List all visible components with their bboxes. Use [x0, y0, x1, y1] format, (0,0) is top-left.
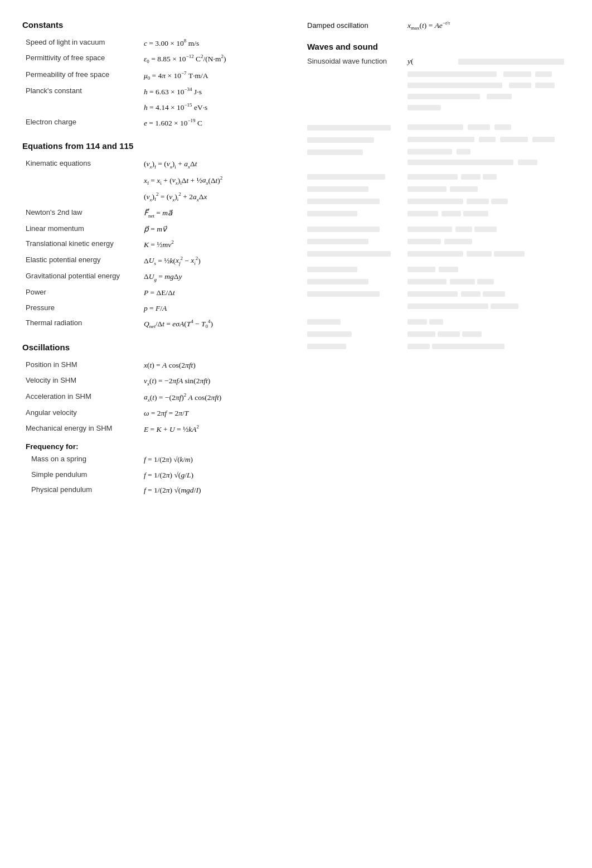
row-label: Pressure	[22, 301, 140, 316]
row-label: Physical pendulum	[22, 483, 140, 498]
row-eq: ΔUs = ½k(xf2 − xi2)	[140, 253, 285, 269]
row-label: Mechanical energy in SHM	[22, 421, 140, 437]
equations-table: Kinematic equations (vx)f = (vx)i + axΔt…	[22, 156, 285, 332]
row-label: Thermal radiation	[22, 316, 140, 332]
right-osc-4	[307, 301, 570, 310]
row-label: Simple pendulum	[22, 467, 140, 483]
right-osc-1	[307, 264, 570, 273]
wave-blur-row-1	[407, 69, 570, 78]
right-b3	[307, 249, 570, 258]
damped-oscillation-row: Damped oscillation xmax(t) = Ae−t/τ	[307, 20, 570, 31]
row-eq: K = ½mv2	[140, 237, 285, 252]
row-eq: xf = xi + (vx)iΔt + ½ax(Δt)2	[140, 172, 285, 189]
row-label: Position in SHM	[22, 358, 140, 373]
row-eq: c = 3.00 × 108 m/s	[140, 35, 285, 51]
row-eq: (vx)f2 = (vx)i2 + 2axΔx	[140, 189, 285, 205]
row-label	[22, 99, 140, 115]
row-eq: μ0 = 4π × 10−7 T·m/A	[140, 67, 285, 84]
row-eq: ε0 = 8.85 × 10−12 C2/(N·m2)	[140, 51, 285, 67]
table-row: Newton's 2nd law F⃗net = ma⃗	[22, 205, 285, 221]
damped-label: Damped oscillation	[307, 21, 396, 30]
row-eq: h = 4.14 × 10−15 eV·s	[140, 99, 285, 115]
waves-section: Waves and sound Sinusoidal wave function…	[307, 42, 570, 350]
waves-title: Waves and sound	[307, 42, 570, 51]
table-row: xf = xi + (vx)iΔt + ½ax(Δt)2	[22, 172, 285, 189]
table-row: Planck's constant h = 6.63 × 10−34 J·s	[22, 84, 285, 99]
row-eq: F⃗net = ma⃗	[140, 205, 285, 221]
wave-blur-row-2	[407, 80, 570, 89]
row-label: Newton's 2nd law	[22, 205, 140, 221]
row-label: Gravitational potential energy	[22, 269, 140, 285]
right-osc-3	[307, 289, 570, 298]
table-row: Linear momentum p⃗ = mv⃗	[22, 221, 285, 237]
table-row: Position in SHM x(t) = A cos(2πft)	[22, 358, 285, 373]
wave-blur-row-4	[407, 103, 570, 112]
damped-eq: xmax(t) = Ae−t/τ	[407, 20, 450, 31]
sinusoidal-row: Sinusoidal wave function y(	[307, 57, 570, 66]
right-kin-4	[307, 209, 570, 218]
right-freq-1	[307, 317, 570, 326]
sinusoidal-eq: y(	[407, 57, 453, 66]
row-eq: p = F/A	[140, 301, 285, 316]
row-eq: ω = 2πf = 2π/T	[140, 406, 285, 421]
right-blur-section-4	[307, 160, 570, 165]
row-eq: vx(t) = −2πfA sin(2πft)	[140, 373, 285, 389]
right-freq-3	[307, 341, 570, 350]
table-row: Acceleration in SHM ax(t) = −(2πf)2 A co…	[22, 389, 285, 406]
table-row: Mass on a spring f = 1/(2π) √(k/m)	[22, 452, 285, 467]
row-label: Mass on a spring	[22, 452, 140, 467]
table-row: Kinematic equations (vx)f = (vx)i + axΔt	[22, 156, 285, 172]
oscillations-table: Position in SHM x(t) = A cos(2πft) Veloc…	[22, 358, 285, 437]
right-b2	[307, 237, 570, 245]
row-eq: f = 1/(2π) √(mgd/I)	[140, 483, 285, 498]
row-eq: e = 1.602 × 10−19 C	[140, 115, 285, 131]
row-label: Acceleration in SHM	[22, 389, 140, 406]
table-row: Permeability of free space μ0 = 4π × 10−…	[22, 67, 285, 84]
row-eq: x(t) = A cos(2πft)	[140, 358, 285, 373]
frequency-section: Frequency for: Mass on a spring f = 1/(2…	[22, 442, 285, 498]
row-eq: p⃗ = mv⃗	[140, 221, 285, 237]
table-row: Translational kinetic energy K = ½mv2	[22, 237, 285, 252]
equations-title: Equations from 114 and 115	[22, 141, 285, 151]
row-label: Planck's constant	[22, 84, 140, 99]
row-label: Elastic potential energy	[22, 253, 140, 269]
row-eq: P = ΔE/Δt	[140, 285, 285, 301]
table-row: (vx)f2 = (vx)i2 + 2axΔx	[22, 189, 285, 205]
right-blur-section-3	[307, 147, 570, 156]
right-blur-section-2	[307, 135, 570, 144]
row-eq: f = 1/(2π) √(g/L)	[140, 467, 285, 483]
table-row: Thermal radiation Qnet/Δt = eσA(T4 − T04…	[22, 316, 285, 332]
row-label: Kinematic equations	[22, 156, 140, 172]
row-label: Power	[22, 285, 140, 301]
right-kin-1	[307, 172, 570, 181]
row-eq: ΔUg = mgΔy	[140, 269, 285, 285]
row-label: Translational kinetic energy	[22, 237, 140, 252]
row-label: Speed of light in vacuum	[22, 35, 140, 51]
row-eq: ax(t) = −(2πf)2 A cos(2πft)	[140, 389, 285, 406]
oscillations-section: Oscillations Position in SHM x(t) = A co…	[22, 343, 285, 437]
table-row: Speed of light in vacuum c = 3.00 × 108 …	[22, 35, 285, 51]
right-freq-2	[307, 329, 570, 338]
right-kin-3	[307, 196, 570, 205]
row-label: Angular velocity	[22, 406, 140, 421]
constants-title: Constants	[22, 20, 285, 30]
table-row: Mechanical energy in SHM E = K + U = ½kA…	[22, 421, 285, 437]
table-row: h = 4.14 × 10−15 eV·s	[22, 99, 285, 115]
right-b1	[307, 224, 570, 233]
sinusoidal-label: Sinusoidal wave function	[307, 57, 402, 65]
table-row: Power P = ΔE/Δt	[22, 285, 285, 301]
table-row: Elastic potential energy ΔUs = ½k(xf2 − …	[22, 253, 285, 269]
table-row: Pressure p = F/A	[22, 301, 285, 316]
row-label: Linear momentum	[22, 221, 140, 237]
row-eq: (vx)f = (vx)i + axΔt	[140, 156, 285, 172]
table-row: Simple pendulum f = 1/(2π) √(g/L)	[22, 467, 285, 483]
table-row: Velocity in SHM vx(t) = −2πfA sin(2πft)	[22, 373, 285, 389]
table-row: Permittivity of free space ε0 = 8.85 × 1…	[22, 51, 285, 67]
row-eq: Qnet/Δt = eσA(T4 − T04)	[140, 316, 285, 332]
table-row: Physical pendulum f = 1/(2π) √(mgd/I)	[22, 483, 285, 498]
right-kin-2	[307, 184, 570, 193]
right-blur-section-1	[307, 123, 570, 132]
row-eq: f = 1/(2π) √(k/m)	[140, 452, 285, 467]
frequency-title: Frequency for:	[22, 442, 285, 451]
row-label: Velocity in SHM	[22, 373, 140, 389]
